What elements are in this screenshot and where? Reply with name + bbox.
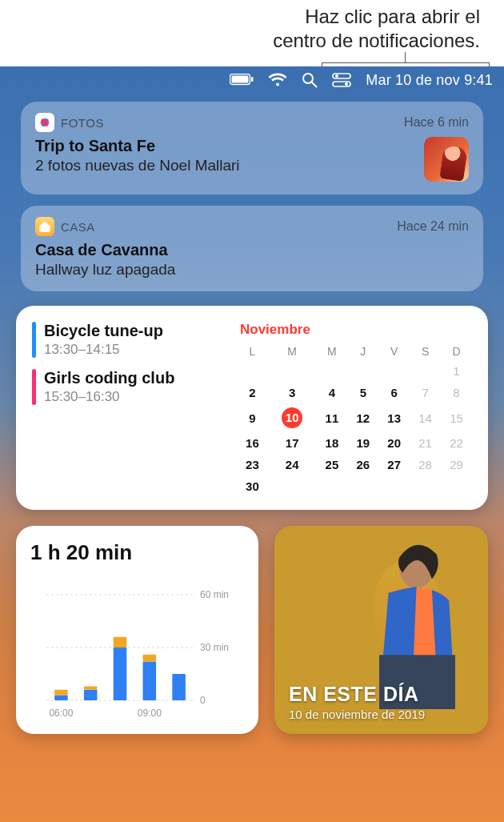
svg-rect-29 bbox=[143, 662, 157, 700]
svg-rect-2 bbox=[251, 77, 254, 82]
calendar-day[interactable]: 14 bbox=[410, 403, 441, 432]
notification-body: Casa de Cavanna Hallway luz apagada bbox=[35, 241, 469, 279]
calendar-weekday: L bbox=[237, 343, 268, 360]
calendar-event-list: Bicycle tune-up 13:30–14:15 Girls coding… bbox=[32, 322, 226, 497]
calendar-weekday: M bbox=[268, 343, 317, 360]
calendar-day[interactable]: 16 bbox=[237, 432, 268, 454]
battery-icon[interactable] bbox=[230, 74, 254, 86]
calendar-day[interactable]: 9 bbox=[237, 403, 268, 432]
calendar-day[interactable]: 27 bbox=[378, 454, 410, 475]
notification-title: Trip to Santa Fe bbox=[35, 137, 416, 155]
calendar-weekday: M bbox=[316, 343, 347, 360]
calendar-day bbox=[410, 475, 441, 497]
calendar-day bbox=[441, 475, 472, 497]
calendar-day[interactable]: 18 bbox=[316, 432, 347, 454]
mini-calendar[interactable]: Noviembre LMMJVSD 1234567891011121314151… bbox=[237, 322, 472, 497]
svg-rect-30 bbox=[143, 655, 157, 662]
memories-title: EN ESTE DÍA bbox=[289, 683, 425, 706]
calendar-day[interactable]: 10 bbox=[268, 403, 317, 432]
calendar-day[interactable]: 5 bbox=[347, 382, 378, 403]
calendar-day[interactable]: 1 bbox=[441, 360, 472, 382]
calendar-day[interactable]: 2 bbox=[237, 382, 268, 403]
calendar-day bbox=[378, 475, 410, 497]
calendar-day bbox=[410, 360, 441, 382]
calendar-day[interactable]: 7 bbox=[410, 382, 441, 403]
event-color-bar bbox=[32, 322, 36, 358]
calendar-day bbox=[378, 360, 410, 382]
svg-text:06:00: 06:00 bbox=[49, 708, 73, 719]
notification-subtitle: Hallway luz apagada bbox=[35, 261, 469, 279]
notification-center-panel: Mar 10 de nov 9:41 bbox=[0, 66, 504, 822]
calendar-day[interactable]: 21 bbox=[410, 432, 441, 454]
calendar-day[interactable]: 13 bbox=[378, 403, 410, 432]
memories-date: 10 de noviembre de 2019 bbox=[289, 708, 425, 721]
calendar-day bbox=[347, 360, 378, 382]
svg-point-8 bbox=[345, 82, 348, 86]
notification-thumbnail bbox=[424, 137, 469, 182]
calendar-event[interactable]: Girls coding club 15:30–16:30 bbox=[32, 369, 226, 405]
calendar-day[interactable]: 6 bbox=[378, 382, 410, 403]
screen-time-total: 1 h 20 min bbox=[30, 540, 244, 565]
svg-line-4 bbox=[312, 82, 317, 87]
event-color-bar bbox=[32, 369, 36, 405]
calendar-day[interactable]: 20 bbox=[378, 432, 410, 454]
notification-time: Hace 24 min bbox=[397, 219, 469, 234]
control-center-icon[interactable] bbox=[332, 73, 351, 87]
calendar-day[interactable]: 25 bbox=[316, 454, 347, 475]
notification-photos[interactable]: FOTOS Hace 6 min Trip to Santa Fe 2 foto… bbox=[21, 102, 483, 194]
notification-title: Casa de Cavanna bbox=[35, 241, 469, 259]
wifi-icon[interactable] bbox=[268, 73, 287, 87]
calendar-day[interactable]: 4 bbox=[316, 382, 347, 403]
svg-rect-27 bbox=[114, 648, 127, 700]
svg-text:30 min: 30 min bbox=[200, 642, 229, 653]
calendar-day[interactable]: 17 bbox=[268, 432, 317, 454]
calendar-event[interactable]: Bicycle tune-up 13:30–14:15 bbox=[32, 322, 226, 358]
spotlight-search-icon[interactable] bbox=[302, 72, 318, 88]
notification-app-name: CASA bbox=[61, 220, 95, 234]
calendar-day[interactable]: 29 bbox=[441, 454, 472, 475]
calendar-widget[interactable]: Bicycle tune-up 13:30–14:15 Girls coding… bbox=[16, 306, 488, 510]
photos-memories-widget[interactable]: EN ESTE DÍA 10 de noviembre de 2019 bbox=[274, 526, 488, 734]
svg-rect-24 bbox=[54, 690, 68, 696]
notification-home[interactable]: CASA Hace 24 min Casa de Cavanna Hallway… bbox=[21, 206, 483, 291]
calendar-day[interactable]: 28 bbox=[410, 454, 441, 475]
calendar-day[interactable]: 3 bbox=[268, 382, 317, 403]
svg-rect-1 bbox=[232, 76, 249, 83]
screen-time-chart: 60 min30 min006:0009:00 bbox=[30, 587, 238, 723]
calendar-month-label: Noviembre bbox=[237, 322, 472, 338]
svg-text:09:00: 09:00 bbox=[138, 708, 162, 719]
calendar-weekday: V bbox=[378, 343, 410, 360]
calendar-day[interactable]: 24 bbox=[268, 454, 317, 475]
event-time: 13:30–14:15 bbox=[44, 342, 163, 358]
calendar-weekday: S bbox=[410, 343, 441, 360]
widget-area: Bicycle tune-up 13:30–14:15 Girls coding… bbox=[0, 291, 504, 734]
notification-header: FOTOS Hace 6 min bbox=[35, 113, 469, 132]
menu-bar-datetime[interactable]: Mar 10 de nov 9:41 bbox=[366, 72, 493, 89]
calendar-day bbox=[268, 360, 317, 382]
calendar-day[interactable]: 23 bbox=[237, 454, 268, 475]
home-app-icon bbox=[35, 217, 54, 236]
calendar-day[interactable]: 19 bbox=[347, 432, 378, 454]
calendar-day[interactable]: 8 bbox=[441, 382, 472, 403]
calendar-day[interactable]: 11 bbox=[316, 403, 347, 432]
event-title: Girls coding club bbox=[44, 369, 174, 387]
annotation-callout: Haz clic para abrir el centro de notific… bbox=[0, 0, 504, 62]
svg-point-6 bbox=[335, 74, 338, 78]
notification-time: Hace 6 min bbox=[404, 115, 469, 130]
svg-rect-25 bbox=[84, 690, 98, 700]
screen-time-widget[interactable]: 1 h 20 min 60 min30 min006:0009:00 bbox=[16, 526, 258, 734]
calendar-day[interactable]: 15 bbox=[441, 403, 472, 432]
svg-rect-28 bbox=[114, 637, 127, 648]
event-time: 15:30–16:30 bbox=[44, 389, 174, 405]
notification-list: FOTOS Hace 6 min Trip to Santa Fe 2 foto… bbox=[0, 94, 504, 291]
calendar-day[interactable]: 30 bbox=[237, 475, 268, 497]
svg-rect-23 bbox=[54, 695, 68, 700]
svg-point-3 bbox=[303, 74, 313, 83]
menu-bar: Mar 10 de nov 9:41 bbox=[0, 66, 504, 94]
calendar-day[interactable]: 26 bbox=[347, 454, 378, 475]
calendar-day[interactable]: 22 bbox=[441, 432, 472, 454]
calendar-grid: LMMJVSD 12345678910111213141516171819202… bbox=[237, 343, 472, 497]
calendar-day[interactable]: 12 bbox=[347, 403, 378, 432]
calendar-day bbox=[237, 360, 268, 382]
calendar-day bbox=[268, 475, 317, 497]
